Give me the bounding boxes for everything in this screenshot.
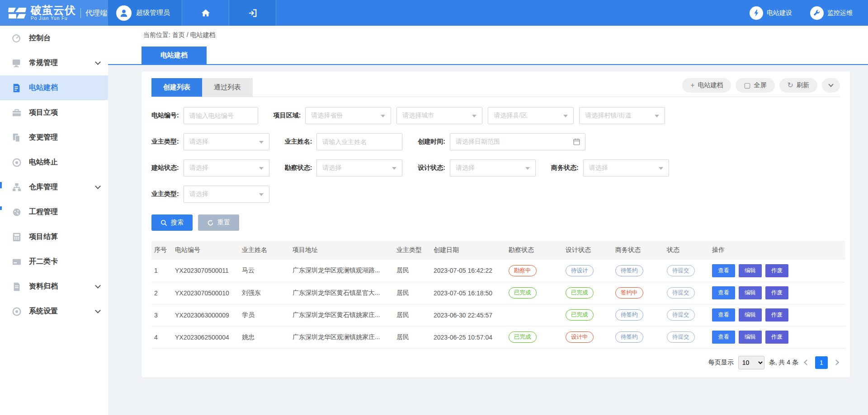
sidebar-item-变更管理[interactable]: 变更管理 (0, 125, 108, 150)
sidebar-item-开二类卡[interactable]: 开二类卡 (0, 249, 108, 274)
sidebar-item-电站终止[interactable]: 电站终止 (0, 150, 108, 175)
station-code: YX2023062500004 (172, 326, 239, 348)
brand-side-label: 代理端 (80, 8, 107, 18)
collapse-button[interactable] (822, 78, 840, 93)
sidebar-item-仓库管理[interactable]: 仓库管理 (0, 175, 108, 200)
sidebar-item-控制台[interactable]: 控制台 (0, 26, 108, 51)
edit-button[interactable]: 编辑 (739, 264, 762, 277)
table-header-row: 序号电站编号业主姓名项目地址业主类型创建日期勘察状态设计状态商务状态状态操作 (151, 241, 845, 260)
edit-button[interactable]: 编辑 (739, 331, 762, 344)
date-range-field[interactable]: 请选择日期范围 (450, 133, 585, 150)
view-button[interactable]: 查看 (712, 264, 735, 277)
sidebar-item-工程管理[interactable]: 工程管理 (0, 200, 108, 224)
created-date: 2023-06-30 22:45:57 (431, 304, 506, 326)
text-input[interactable] (317, 134, 402, 150)
status-badge: 待提交 (667, 309, 695, 321)
per-page-select[interactable]: 10 (738, 356, 764, 369)
select-field[interactable]: 请选择 (184, 186, 269, 203)
owner-type: 居民 (394, 326, 431, 348)
column-header: 创建日期 (431, 241, 506, 260)
breadcrumb-home-link[interactable]: 首页 (172, 31, 185, 38)
toolbar-button-全屏[interactable]: ▢ 全屏 (736, 78, 774, 93)
pagination: 每页显示 10 条, 共 4 条 1 (151, 356, 840, 369)
next-page-icon[interactable] (833, 359, 839, 365)
fullscreen-icon: ▢ (744, 82, 750, 89)
edit-button[interactable]: 编辑 (739, 286, 762, 299)
station-code: YX2023070500010 (172, 282, 239, 304)
owner-name: 学员 (239, 304, 290, 326)
reset-button[interactable]: 重置 (198, 214, 239, 231)
home-button[interactable] (182, 0, 229, 26)
search-icon (160, 219, 167, 226)
stations-table: 序号电站编号业主姓名项目地址业主类型创建日期勘察状态设计状态商务状态状态操作 1… (151, 241, 845, 349)
prev-page-icon[interactable] (804, 359, 810, 365)
form-label: 业主类型: (151, 190, 179, 198)
tab-创建列表[interactable]: 创建列表 (151, 78, 202, 97)
select-field[interactable]: 请选择县/区 (488, 107, 574, 124)
void-button[interactable]: 作废 (765, 308, 788, 322)
sidebar-item-常规管理[interactable]: 常规管理 (0, 51, 108, 75)
breadcrumb: 当前位置: 首页 / 电站建档 (142, 26, 868, 46)
view-button[interactable]: 查看 (712, 308, 735, 322)
form-label: 商务状态: (551, 164, 579, 172)
toolbar-button-电站建档[interactable]: + 电站建档 (682, 78, 731, 93)
sidebar-item-项目结算[interactable]: 项目结算 (0, 224, 108, 249)
text-input[interactable] (184, 107, 258, 124)
form-input (184, 107, 258, 124)
station-code: YX2023063000009 (172, 304, 239, 326)
project-address: 广东深圳龙华区观澜镇观湖路... (290, 260, 394, 282)
sidebar-item-项目立项[interactable]: 项目立项 (0, 100, 108, 125)
search-button[interactable]: 搜索 (151, 214, 193, 231)
form-label: 电站编号: (151, 112, 179, 120)
column-header: 业主姓名 (239, 241, 290, 260)
user-name: 超级管理员 (136, 9, 170, 17)
sidebar-item-label: 变更管理 (29, 133, 100, 142)
refresh-icon: ↻ (788, 82, 793, 89)
toolbar-button-刷新[interactable]: ↻ 刷新 (779, 78, 817, 93)
logout-button[interactable] (229, 0, 276, 26)
column-header: 序号 (151, 241, 172, 260)
sidebar-item-电站建档[interactable]: 电站建档 (0, 75, 108, 100)
select-field[interactable]: 请选择 (184, 159, 269, 177)
status-badge: 已完成 (509, 287, 537, 298)
select-field[interactable]: 请选择 (583, 159, 669, 177)
sidebar-item-label: 资料归档 (29, 282, 96, 291)
sidebar-item-label: 项目结算 (29, 232, 100, 242)
tab-通过列表[interactable]: 通过列表 (202, 78, 253, 97)
select-field[interactable]: 请选择 (450, 159, 536, 177)
top-strip: 当前位置: 首页 / 电站建档 电站建档 (108, 26, 868, 65)
per-page-label: 每页显示 (708, 359, 734, 367)
void-button[interactable]: 作废 (765, 286, 788, 299)
column-header: 业主类型 (394, 241, 431, 260)
row-actions: 查看编辑作废 (709, 260, 845, 282)
header-link-电站建设[interactable]: 电站建设 (750, 6, 792, 20)
select-field[interactable]: 请选择 (316, 159, 402, 177)
owner-name: 姚忠 (239, 326, 290, 348)
form-label: 创建时间: (418, 138, 445, 146)
void-button[interactable]: 作废 (765, 331, 788, 344)
dashboard-icon (12, 33, 22, 43)
void-button[interactable]: 作废 (765, 264, 788, 277)
view-button[interactable]: 查看 (712, 286, 735, 299)
select-field[interactable]: 请选择省份 (305, 107, 391, 124)
edit-button[interactable]: 编辑 (739, 308, 762, 322)
chevron-down-icon (95, 308, 101, 313)
sidebar-item-系统设置[interactable]: 系统设置 (0, 299, 108, 324)
form-label: 建站状态: (151, 164, 179, 172)
user-menu[interactable]: 超级管理员 (108, 0, 182, 26)
logout-icon (248, 8, 258, 18)
total-label: 条, 共 4 条 (769, 359, 798, 367)
chevron-down-icon (95, 59, 101, 65)
column-header: 设计状态 (563, 241, 613, 260)
owner-type: 居民 (394, 304, 431, 326)
page-number[interactable]: 1 (815, 356, 828, 369)
view-button[interactable]: 查看 (712, 331, 735, 344)
select-field[interactable]: 请选择 (184, 133, 269, 150)
select-field[interactable]: 请选择城市 (396, 107, 482, 124)
page-tab[interactable]: 电站建档 (142, 47, 207, 64)
brand: 破茧云伏 Po Jian Yun Fu 代理端 (0, 0, 108, 26)
header-link-监控运维[interactable]: 监控运维 (810, 6, 853, 20)
sidebar-item-资料归档[interactable]: 资料归档 (0, 274, 108, 299)
select-field[interactable]: 请选择村镇/街道 (579, 107, 665, 124)
column-header: 勘察状态 (506, 241, 563, 260)
